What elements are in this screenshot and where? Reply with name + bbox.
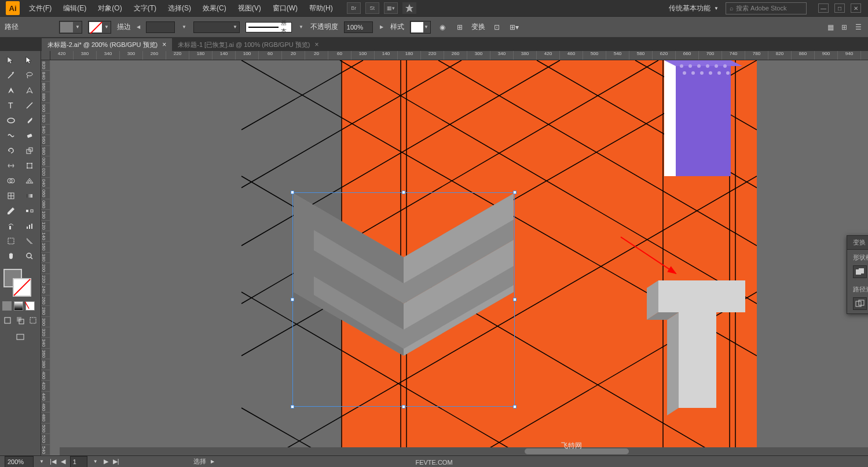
ruler-horizontal[interactable]: 4203803403002602201801401006020206010014…: [50, 51, 868, 60]
tab-close-1[interactable]: ×: [162, 41, 166, 49]
selection-tool[interactable]: [2, 53, 20, 67]
tab-transform[interactable]: 变换: [847, 236, 868, 249]
pen-tool[interactable]: [2, 83, 20, 97]
arrange-docs-button[interactable]: ▦▾: [384, 2, 398, 14]
menu-help[interactable]: 帮助(H): [303, 0, 339, 16]
opacity-dd[interactable]: ▶: [380, 24, 383, 30]
nav-first[interactable]: |◀: [50, 458, 56, 465]
selection-bbox[interactable]: [292, 192, 515, 407]
doc-tab-1[interactable]: 未标题-2.ai* @ 200% (RGB/GPU 预览) ×: [42, 38, 172, 51]
menu-edit[interactable]: 编辑(E): [57, 0, 92, 16]
zoom-input[interactable]: [5, 456, 34, 468]
symbol-sprayer-tool[interactable]: [2, 219, 20, 233]
eyedropper-tool[interactable]: [2, 204, 20, 218]
minimize-button[interactable]: —: [818, 3, 829, 13]
zoom-dd[interactable]: ▼: [39, 459, 44, 464]
paintbrush-tool[interactable]: [21, 114, 38, 127]
gradient-mode[interactable]: [14, 301, 23, 311]
shaper-tool[interactable]: [2, 129, 20, 143]
type-tool[interactable]: T: [2, 98, 20, 112]
color-picker[interactable]: [2, 268, 38, 298]
scale-tool[interactable]: [21, 144, 38, 158]
stroke-color[interactable]: [13, 278, 31, 297]
hand-tool[interactable]: [2, 249, 20, 263]
color-mode[interactable]: [2, 301, 12, 311]
column-graph-tool[interactable]: [21, 219, 38, 233]
ruler-corner[interactable]: [41, 51, 50, 60]
nav-last[interactable]: ▶|: [113, 458, 119, 465]
grid-mode-1[interactable]: ▦: [825, 22, 836, 32]
stroke-dd[interactable]: ▼: [182, 24, 186, 30]
perspective-tool[interactable]: [21, 174, 38, 188]
stroke-swatch-dd[interactable]: ▼: [88, 21, 111, 34]
menu-object[interactable]: 对象(O): [92, 0, 127, 16]
nav-prev[interactable]: ◀: [61, 458, 65, 465]
pathfinder-panel[interactable]: 变换 对齐 路径查找器 ▸▸ ☰ 形状模式： 扩展 路径查找: [847, 235, 868, 314]
width-tool[interactable]: [2, 159, 20, 173]
gradient-tool[interactable]: [21, 189, 38, 203]
canvas[interactable]: 飞特网 行走者: [50, 60, 868, 455]
close-button[interactable]: ✕: [851, 3, 861, 13]
shape-builder-tool[interactable]: [2, 174, 20, 188]
select-similar-button[interactable]: ⊞▾: [508, 21, 520, 33]
svg-rect-25: [8, 238, 14, 244]
direct-selection-tool[interactable]: [21, 53, 38, 67]
maximize-button[interactable]: □: [834, 3, 845, 13]
artboard-input[interactable]: [70, 456, 87, 468]
menu-view[interactable]: 视图(V): [232, 0, 267, 16]
grid-mode-2[interactable]: ⊞: [839, 22, 849, 32]
svg-rect-22: [27, 227, 28, 229]
brush-dd[interactable]: ▼: [299, 24, 303, 30]
slice-tool[interactable]: [21, 234, 38, 248]
menu-select[interactable]: 选择(S): [162, 0, 197, 16]
screen-mode-button[interactable]: [14, 330, 27, 344]
draw-behind[interactable]: [15, 315, 25, 326]
doc-tab-2[interactable]: 未标题-1 [已恢复].ai @ 100% (RGB/GPU 预览) ×: [172, 38, 324, 51]
recolor-button[interactable]: ◉: [437, 21, 448, 33]
artboard-tool[interactable]: [2, 234, 20, 248]
menu-file[interactable]: 文件(F): [23, 0, 57, 16]
line-tool[interactable]: [21, 98, 38, 112]
artboard-dd[interactable]: ▼: [93, 459, 98, 464]
transform-label[interactable]: 变换: [471, 22, 485, 32]
stroke-weight-input[interactable]: [146, 21, 175, 33]
opacity-input[interactable]: [344, 21, 373, 33]
menu-type[interactable]: 文字(T): [128, 0, 162, 16]
blend-tool[interactable]: [21, 204, 38, 218]
draw-normal[interactable]: [2, 315, 13, 326]
fill-swatch[interactable]: ▼: [59, 21, 82, 34]
align-button[interactable]: ⊞: [454, 21, 466, 33]
rotate-tool[interactable]: [2, 144, 20, 158]
tab-close-2[interactable]: ×: [314, 41, 318, 49]
ellipse-tool[interactable]: [2, 114, 20, 127]
status-dd[interactable]: ▶: [211, 459, 214, 464]
draw-inside[interactable]: [28, 315, 38, 326]
gpu-button[interactable]: [402, 2, 416, 14]
none-mode[interactable]: /: [25, 301, 35, 311]
stroke-profile-dd[interactable]: ▼: [193, 21, 240, 33]
ruler-vertical[interactable]: 8208408608809009209409609800000200400600…: [41, 60, 50, 455]
isolate-button[interactable]: ⊡: [491, 21, 503, 33]
brush-preview[interactable]: 基本: [246, 22, 292, 32]
curvature-tool[interactable]: [21, 83, 38, 97]
menu-effect[interactable]: 效果(C): [197, 0, 232, 16]
stroke-decrement[interactable]: ◀: [137, 24, 140, 30]
svg-rect-78: [859, 268, 864, 273]
zoom-tool[interactable]: [21, 249, 38, 263]
unite-button[interactable]: [853, 265, 867, 278]
options-menu[interactable]: ☰: [853, 22, 863, 32]
magic-wand-tool[interactable]: [2, 68, 20, 82]
bridge-button[interactable]: Br: [347, 2, 361, 14]
free-transform-tool[interactable]: [21, 159, 38, 173]
mesh-tool[interactable]: [2, 189, 20, 203]
scrollbar-horizontal[interactable]: [60, 447, 868, 455]
eraser-tool[interactable]: [21, 129, 38, 143]
lasso-tool[interactable]: [21, 68, 38, 82]
divide-button[interactable]: [853, 297, 867, 310]
menu-window[interactable]: 窗口(W): [267, 0, 303, 16]
style-swatch[interactable]: ▼: [410, 21, 431, 34]
stock-button[interactable]: St: [365, 2, 379, 14]
nav-next[interactable]: ▶: [104, 458, 108, 465]
workspace-switcher[interactable]: 传统基本功能 ▼: [669, 3, 719, 13]
search-stock[interactable]: ⌕ 搜索 Adobe Stock: [726, 2, 807, 14]
